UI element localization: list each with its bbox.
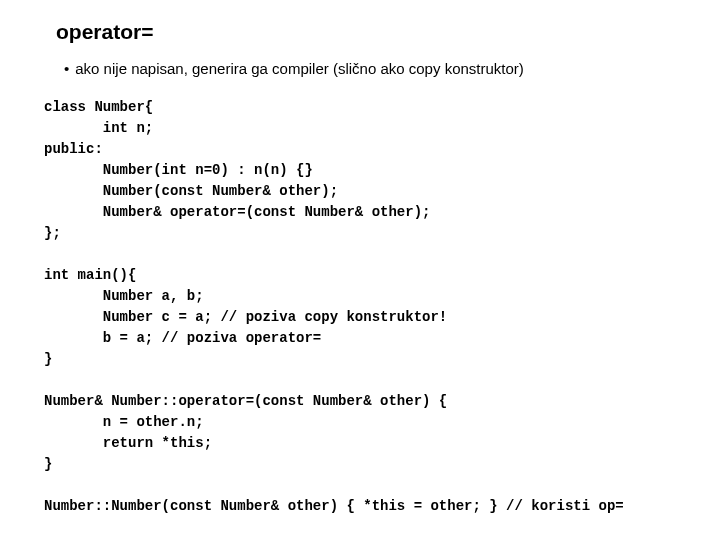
slide-container: operator= • ako nije napisan, generira g… (0, 0, 720, 537)
code-line: Number& operator=(const Number& other); (44, 204, 430, 220)
code-line: return *this; (44, 435, 212, 451)
slide-title: operator= (56, 20, 678, 44)
code-line: public: (44, 141, 103, 157)
code-line: Number(const Number& other); (44, 183, 338, 199)
code-line: Number& Number::operator=(const Number& … (44, 393, 447, 409)
code-line: } (44, 456, 52, 472)
code-line: class Number{ (44, 99, 153, 115)
bullet-item: • ako nije napisan, generira ga compiler… (64, 60, 678, 77)
code-line: int main(){ (44, 267, 136, 283)
code-line: } (44, 351, 52, 367)
code-line: int n; (44, 120, 153, 136)
code-line: Number c = a; // poziva copy konstruktor… (44, 309, 447, 325)
code-line: b = a; // poziva operator= (44, 330, 321, 346)
code-line: Number(int n=0) : n(n) {} (44, 162, 313, 178)
code-line: n = other.n; (44, 414, 204, 430)
bullet-dot-icon: • (64, 60, 69, 77)
code-block: class Number{ int n; public: Number(int … (44, 97, 678, 517)
code-line: }; (44, 225, 61, 241)
code-line: Number::Number(const Number& other) { *t… (44, 498, 624, 514)
bullet-text: ako nije napisan, generira ga compiler (… (75, 60, 524, 77)
code-line: Number a, b; (44, 288, 204, 304)
